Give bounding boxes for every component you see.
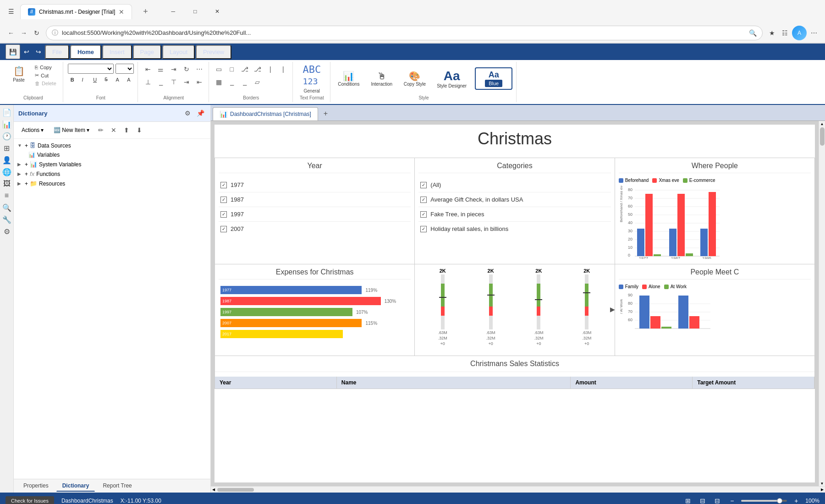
style-preview[interactable]: Aa Blue: [475, 67, 512, 90]
insert-tab[interactable]: Insert: [102, 45, 132, 59]
border-right-btn[interactable]: |: [278, 64, 289, 75]
dashboard-christmas-tab[interactable]: 📊 DashboardChristmas [Christmas]: [213, 107, 318, 121]
more-btn[interactable]: ⋯: [194, 64, 205, 75]
tree-item-data-sources[interactable]: ▼ + 🗄 Data Sources: [14, 141, 210, 150]
h-scroll-thumb[interactable]: [217, 488, 254, 492]
valign-top-btn[interactable]: ⊥: [143, 77, 154, 88]
browser-collections-btn[interactable]: ☷: [779, 27, 790, 38]
file-tab[interactable]: File: [45, 45, 69, 59]
align-left-btn[interactable]: ⇤: [143, 64, 154, 75]
quick-save-btn[interactable]: 💾: [6, 44, 20, 59]
copy-btn[interactable]: ⎘Copy: [32, 64, 59, 71]
sidebar-toggle-btn[interactable]: ☰: [6, 6, 16, 17]
zoom-out-btn[interactable]: −: [726, 495, 737, 504]
underline-btn[interactable]: U: [90, 76, 100, 83]
outdent-btn[interactable]: ⇤: [194, 77, 205, 88]
year-1977[interactable]: ✓ 1977: [219, 178, 411, 192]
paste-btn[interactable]: 📋 Paste: [7, 64, 30, 93]
edit-item-btn[interactable]: ✏: [95, 125, 106, 136]
italic-btn[interactable]: I: [79, 76, 88, 83]
scroll-right-btn[interactable]: ▶: [820, 488, 825, 492]
add-tab-btn[interactable]: +: [319, 107, 332, 121]
person-icon-btn[interactable]: 👤: [1, 154, 12, 165]
report-icon-btn[interactable]: 📄: [1, 107, 12, 118]
home-tab[interactable]: Home: [70, 45, 101, 59]
check-issues-btn[interactable]: Check for Issues: [6, 496, 54, 504]
address-bar[interactable]: ⓘ localhost:5500/Working%20with%20Dashbo…: [46, 26, 763, 40]
scroll-down-btn[interactable]: ▼: [819, 481, 825, 486]
line-style-btn[interactable]: ⎯: [226, 77, 237, 88]
report-tree-tab[interactable]: Report Tree: [97, 480, 138, 492]
conditions-btn[interactable]: 📊 Conditions: [335, 69, 363, 88]
highlight-btn[interactable]: A: [124, 76, 134, 83]
valign-mid-btn[interactable]: ⎯: [155, 77, 166, 88]
zoom-slider[interactable]: [741, 500, 787, 502]
font-family-select[interactable]: [68, 64, 114, 74]
undo-btn[interactable]: ↩: [21, 46, 32, 57]
border-bot-btn[interactable]: ⎇: [252, 64, 263, 75]
tree-item-variables[interactable]: 📊 Variables: [14, 150, 210, 159]
tree-item-system-variables[interactable]: ▶ + 📊 System Variables: [14, 159, 210, 169]
page-view-btn[interactable]: ⊟: [712, 495, 723, 504]
tree-item-functions[interactable]: ▶ + fx Functions: [14, 169, 210, 179]
close-btn[interactable]: ✕: [207, 4, 228, 19]
layout-view-btn[interactable]: ⊞: [682, 495, 693, 504]
copy-style-btn[interactable]: 🎨 Copy Style: [401, 69, 429, 88]
horizontal-scrollbar[interactable]: ◀ ▶: [211, 486, 825, 493]
browser-extensions-btn[interactable]: ★: [766, 27, 777, 38]
minimize-btn[interactable]: ─: [163, 4, 184, 19]
clock-icon-btn[interactable]: 🕐: [1, 131, 12, 142]
page-tab[interactable]: Page: [133, 45, 161, 59]
bold-btn[interactable]: B: [68, 76, 77, 83]
cat-gift[interactable]: ✓ Average Gift Check, in dollars USA: [418, 192, 610, 207]
zoom-in-btn[interactable]: +: [791, 495, 802, 504]
strikethrough-btn[interactable]: S̶: [102, 76, 111, 83]
border-left-btn[interactable]: |: [265, 64, 276, 75]
delete-item-btn[interactable]: ✕: [108, 125, 119, 136]
browser-menu-btn[interactable]: ⋯: [808, 27, 820, 38]
cat-retail[interactable]: ✓ Holiday retail sales, in billions: [418, 222, 610, 236]
back-btn[interactable]: ←: [6, 27, 16, 38]
properties-tab[interactable]: Properties: [17, 480, 55, 492]
line-color-btn[interactable]: ⎯: [239, 77, 250, 88]
border-top-btn[interactable]: ⎇: [239, 64, 250, 75]
forward-btn[interactable]: →: [18, 27, 29, 38]
sidebar-settings-btn[interactable]: ⚙: [182, 108, 193, 119]
border-inner-btn[interactable]: □: [226, 64, 237, 75]
browser-tab[interactable]: // Christmas.mrt - Designer [Trial] ✕: [20, 4, 132, 19]
scroll-left-btn[interactable]: ◀: [211, 488, 216, 492]
align-right-btn[interactable]: ⇥: [168, 64, 179, 75]
cat-all[interactable]: ✓ (All): [418, 178, 610, 192]
globe-icon-btn[interactable]: 🌐: [1, 166, 12, 177]
scroll-thumb[interactable]: [820, 127, 825, 146]
browser-profile-btn[interactable]: A: [792, 26, 807, 40]
redo-btn[interactable]: ↪: [33, 46, 44, 57]
image-icon-btn[interactable]: 🖼: [1, 178, 12, 189]
new-item-dropdown[interactable]: 🆕 New Item ▾: [50, 125, 94, 135]
move-up-btn[interactable]: ⬆: [121, 125, 132, 136]
dictionary-tab[interactable]: Dictionary: [56, 480, 95, 492]
shadow-btn[interactable]: ▱: [252, 77, 263, 88]
fill-color-btn[interactable]: ▦: [214, 77, 225, 88]
tools-icon-btn[interactable]: 🔧: [1, 214, 12, 225]
chart-icon-btn[interactable]: 📊: [1, 119, 12, 130]
new-tab-btn[interactable]: +: [136, 3, 155, 20]
list-icon-btn[interactable]: ≡: [1, 190, 12, 201]
maximize-btn[interactable]: □: [185, 4, 206, 19]
gauge-next-btn[interactable]: ▶: [607, 304, 615, 315]
vertical-scrollbar[interactable]: ▲ ▼: [819, 121, 825, 486]
delete-btn[interactable]: 🗑Delete: [32, 80, 59, 87]
table-icon-btn[interactable]: ⊞: [1, 142, 12, 153]
valign-bot-btn[interactable]: ⊤: [168, 77, 179, 88]
font-size-select[interactable]: [116, 64, 134, 74]
preview-tab[interactable]: Preview: [196, 45, 231, 59]
tab-close-btn[interactable]: ✕: [119, 8, 124, 16]
scroll-up-btn[interactable]: ▲: [819, 121, 825, 126]
align-center-btn[interactable]: ⚌: [155, 64, 166, 75]
search-tool-btn[interactable]: 🔍: [1, 202, 12, 213]
settings-icon-btn[interactable]: ⚙: [1, 226, 12, 237]
cut-btn[interactable]: ✂Cut: [32, 71, 59, 79]
zoom-thumb[interactable]: [777, 498, 782, 504]
cat-tree[interactable]: ✓ Fake Tree, in pieces: [418, 207, 610, 222]
style-designer-btn[interactable]: Aa Style Designer: [434, 67, 469, 90]
